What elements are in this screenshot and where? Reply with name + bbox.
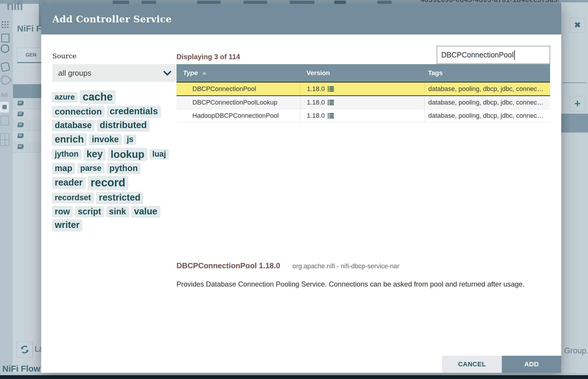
pan-hand-icon [0,62,10,72]
select-icon [1,34,9,42]
background-table-header [13,84,41,98]
tag-chip-js[interactable]: js [124,134,136,145]
tag-chip-luaj[interactable]: luaj [149,149,169,160]
tag-row: jythonkeylookupluaj [52,148,181,161]
cell-type: HadoopDBCPConnectionPool [176,112,300,120]
tag-chip-invoke[interactable]: invoke [89,134,122,145]
cell-tags: database, pooling, dbcp, jdbc, connec… [424,96,550,109]
selected-service-description: Provides Database Connection Pooling Ser… [176,280,559,288]
version-list-icon[interactable] [328,113,334,119]
add-controller-service-dialog: Add Controller Service Source all groups… [41,4,561,373]
tag-chip-jython[interactable]: jython [52,149,81,160]
tag-chip-recordset[interactable]: recordset [52,193,94,203]
background-settings-dialog-right [561,2,588,373]
tag-chip-cache[interactable]: cache [80,90,116,104]
tag-chip-record[interactable]: record [88,176,128,190]
results-summary: Displaying 3 of 114 [176,53,240,61]
tag-chip-database[interactable]: database [52,120,95,131]
background-uuid: 48592690-ed45-4d05-a701-1b4cec575a55 [421,0,559,4]
background-header-block [561,114,588,133]
background-service-row [13,98,41,109]
column-header-type-label: Type [183,69,198,77]
tag-row: rowscriptsinkvalue [52,206,181,218]
dialog-header: Add Controller Service [41,4,561,34]
source-selected-value: all groups [58,64,91,82]
version-list-icon[interactable] [328,86,334,92]
tag-row: writer [52,219,181,231]
refresh-icon [21,345,29,354]
process-group-icon [244,1,267,4]
processor-icon [113,1,129,4]
version-list-icon[interactable] [328,100,334,105]
nifi-logo: nifi [6,0,23,13]
cell-version: 1.18.0 [300,82,424,95]
droplet-icon [0,73,12,87]
input-port-icon [141,1,156,4]
cell-type: DBCPConnectionPool [176,85,300,93]
book-icon [17,144,24,149]
column-header-type[interactable]: Type [176,69,300,77]
cell-version: 1.18.0 [300,109,424,122]
background-service-row [13,131,41,142]
table-row-dbcpconnectionpoollookup[interactable]: DBCPConnectionPoolLookup 1.18.0 database… [176,96,550,109]
table-row-hadoopdbcpconnectionpool[interactable]: HadoopDBCPConnectionPool 1.18.0 database… [176,109,550,123]
tag-chip-parse[interactable]: parse [77,163,104,174]
tag-chip-writer[interactable]: writer [52,219,82,231]
add-button[interactable]: ADD [502,356,561,373]
tag-chip-connection[interactable]: connection [52,106,105,118]
chevron-down-icon [164,71,171,76]
label-icon [377,1,392,4]
grid-icon [0,133,9,146]
cancel-button[interactable]: CANCEL [442,356,502,373]
tag-chip-restricted[interactable]: restricted [96,192,143,204]
filter-value: DBCPConnectionPool [441,51,514,59]
tag-row: mapparsepython [52,163,181,174]
tag-chip-map[interactable]: map [52,163,75,174]
tag-row: readerrecord [52,176,181,190]
text-caret [514,50,515,60]
tag-chip-enrich[interactable]: enrich [52,133,87,146]
cell-type: DBCPConnectionPoolLookup [176,99,300,106]
tag-chip-sink[interactable]: sink [106,206,129,217]
source-label: Source [52,52,76,60]
tag-row: connectioncredentials [52,106,181,118]
remote-process-group-icon [290,1,314,4]
source-group-select[interactable]: all groups [52,64,176,82]
book-icon [17,112,24,116]
tag-chip-reader[interactable]: reader [52,177,86,189]
cell-tags: database, pooling, dbcp, jdbc, connec… [424,82,550,95]
book-icon [17,123,24,127]
selected-service-bundle: org.apache.nifi - nifi-dbcp-service-nar [293,262,399,270]
tag-chip-value[interactable]: value [131,206,160,218]
background-service-row [13,109,41,120]
column-header-version[interactable]: Version [300,69,424,77]
table-row-dbcpconnectionpool[interactable]: DBCPConnectionPool 1.18.0 database, pool… [176,82,550,96]
cell-tags: database, pooling, dbcp, jdbc, connec… [424,109,550,122]
selected-service-detail: DBCPConnectionPool 1.18.0 org.apache.nif… [176,261,399,270]
tag-chip-lookup[interactable]: lookup [108,148,147,161]
component-palette-icon [0,102,9,112]
tag-chip-credentials[interactable]: credentials [107,106,161,118]
funnel-icon [334,1,346,4]
book-icon [17,133,24,138]
background-close-button: ✖ [570,17,585,33]
tag-chip-distributed[interactable]: distributed [97,120,150,132]
service-type-table: Type Version Tags DBCPConnectionPool 1.1… [176,64,550,123]
column-header-tags[interactable]: Tags [424,69,550,77]
tag-chip-script[interactable]: script [75,206,104,217]
tag-chip-key[interactable]: key [84,148,106,161]
font-size-label: aa [1,91,8,98]
background-settings-title: NiFi F [17,24,41,34]
sort-ascending-icon [202,72,207,75]
background-add-button: + [570,96,585,111]
bottom-status-bar [0,375,588,379]
tag-chip-python[interactable]: python [106,163,141,174]
drag-dots-icon [1,21,9,28]
table-header-row: Type Version Tags [176,64,550,82]
tag-chip-azure[interactable]: azure [52,92,78,102]
home-icon [1,115,9,125]
filter-input[interactable]: DBCPConnectionPool [437,46,550,64]
tag-chip-row[interactable]: row [52,206,73,217]
background-service-row [13,142,41,153]
breadcrumb: NiFi Flow [2,364,40,374]
